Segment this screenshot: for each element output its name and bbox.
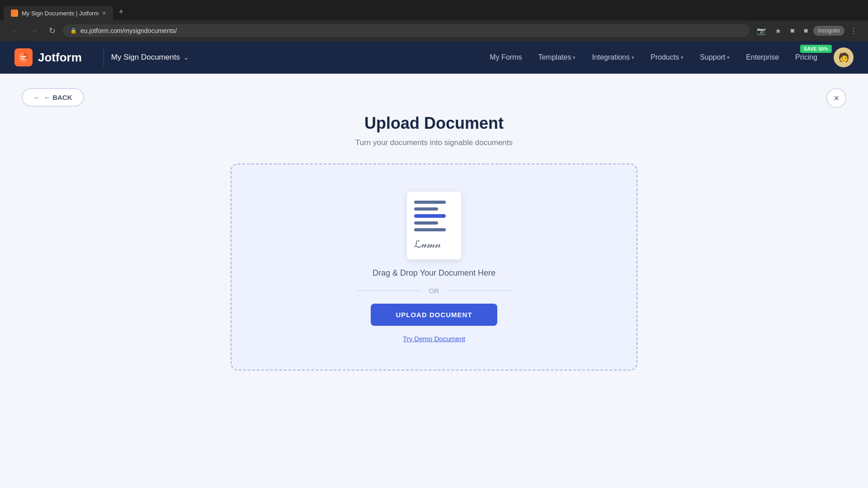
- doc-line-4: [414, 221, 438, 225]
- nav-templates[interactable]: Templates ▾: [531, 50, 583, 65]
- templates-chevron-icon: ▾: [573, 55, 576, 61]
- logo-area[interactable]: Jotform: [14, 48, 82, 66]
- current-section[interactable]: My Sign Documents ⌄: [111, 53, 189, 62]
- active-tab[interactable]: My Sign Documents | Jotform ×: [4, 6, 113, 20]
- try-demo-link[interactable]: Try Demo Document: [403, 335, 465, 343]
- doc-line-1: [414, 201, 446, 204]
- upload-title: Upload Document: [231, 114, 637, 133]
- drag-drop-text: Drag & Drop Your Document Here: [373, 268, 495, 278]
- close-button[interactable]: ×: [826, 88, 846, 108]
- jotform-logo-icon: [14, 48, 33, 66]
- current-section-label: My Sign Documents: [111, 53, 180, 62]
- doc-line-3: [414, 214, 446, 217]
- nav-back-button[interactable]: ←: [7, 24, 23, 38]
- tab-title: My Sign Documents | Jotform: [22, 10, 99, 17]
- incognito-badge: Incognito: [813, 26, 844, 36]
- incognito-label: Incognito: [818, 28, 840, 34]
- doc-line-5: [414, 228, 446, 231]
- document-icon-wrapper: ℒ𝓊𝓂𝓃: [407, 192, 461, 259]
- nav-products[interactable]: Products ▾: [643, 50, 691, 65]
- or-text: OR: [429, 287, 439, 295]
- or-divider: OR: [357, 287, 511, 295]
- svg-rect-1: [21, 56, 26, 57]
- products-chevron-icon: ▾: [681, 55, 684, 61]
- bookmark-icon[interactable]: ★: [771, 25, 785, 37]
- back-button[interactable]: ← ← BACK: [22, 88, 84, 107]
- support-chevron-icon: ▾: [727, 55, 730, 61]
- integrations-chevron-icon: ▾: [632, 55, 634, 61]
- signature-icon: ℒ𝓊𝓂𝓃: [414, 239, 441, 250]
- nav-integrations[interactable]: Integrations ▾: [585, 50, 642, 65]
- user-avatar[interactable]: 🧑: [834, 47, 854, 67]
- save-50-badge[interactable]: SAVE 50%: [800, 45, 832, 53]
- new-tab-button[interactable]: +: [113, 4, 129, 20]
- back-button-label: ← BACK: [44, 94, 72, 101]
- doc-line-2: [414, 207, 438, 211]
- address-bar[interactable]: 🔒: [63, 24, 750, 37]
- nav-support[interactable]: Support ▾: [693, 50, 737, 65]
- drop-zone[interactable]: ℒ𝓊𝓂𝓃 Drag & Drop Your Document Here OR U…: [231, 164, 637, 371]
- svg-rect-2: [21, 58, 24, 60]
- extensions-icon[interactable]: ■: [787, 25, 798, 37]
- header-nav: My Forms Templates ▾ Integrations ▾ Prod…: [482, 47, 854, 67]
- app-header: Jotform My Sign Documents ⌄ My Forms Tem…: [0, 41, 868, 74]
- tab-favicon: [11, 9, 18, 17]
- nav-forward-button[interactable]: →: [26, 24, 42, 38]
- upload-document-button[interactable]: UPLOAD DOCUMENT: [371, 304, 497, 326]
- close-icon: ×: [834, 93, 839, 103]
- profile-icon[interactable]: ■: [800, 25, 812, 37]
- camera-off-icon[interactable]: 📷̸: [753, 25, 769, 37]
- upload-container: Upload Document Turn your documents into…: [231, 107, 637, 371]
- nav-refresh-button[interactable]: ↻: [45, 24, 59, 38]
- lock-icon: 🔒: [70, 28, 77, 34]
- address-input[interactable]: [80, 27, 742, 34]
- back-arrow-icon: ←: [33, 94, 40, 101]
- upload-subtitle: Turn your documents into signable docume…: [231, 138, 637, 147]
- nav-enterprise[interactable]: Enterprise: [739, 50, 786, 65]
- menu-icon[interactable]: ⋮: [846, 25, 861, 37]
- tab-close-button[interactable]: ×: [102, 9, 106, 17]
- header-divider: [104, 48, 104, 66]
- section-dropdown-arrow[interactable]: ⌄: [184, 54, 189, 61]
- document-icon: ℒ𝓊𝓂𝓃: [407, 192, 461, 259]
- nav-my-forms[interactable]: My Forms: [482, 50, 529, 65]
- main-content: ← ← BACK × Upload Document Turn your doc…: [0, 74, 868, 488]
- logo-text: Jotform: [38, 51, 82, 65]
